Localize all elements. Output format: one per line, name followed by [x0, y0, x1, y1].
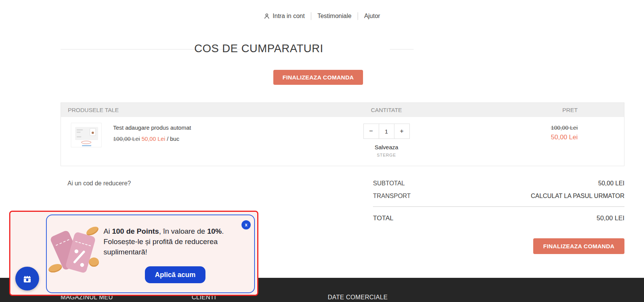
product-price-line: 100,00 Lei 50,00 Lei / buc: [113, 135, 191, 142]
header-products: PRODUSELE TALE: [61, 107, 340, 113]
nav-account-link[interactable]: Intra in cont: [264, 13, 305, 20]
product-unit: / buc: [167, 135, 179, 142]
points-text-part: Ai: [104, 227, 112, 235]
order-summary: SUBTOTAL 50,00 LEI TRANSPORT CALCULAT LA…: [373, 180, 624, 254]
voucher-dash: [75, 241, 91, 246]
quantity-increase-button[interactable]: +: [394, 124, 410, 139]
apply-points-button[interactable]: Aplică acum: [145, 266, 205, 283]
points-message: Ai 100 de Points, în valoare de 10%. Fol…: [104, 226, 249, 257]
product-name[interactable]: Test adaugare produs automat: [113, 124, 191, 131]
product-new-price: 50,00 Lei: [141, 135, 165, 142]
points-text-part: .: [222, 227, 223, 235]
summary-transport-row: TRANSPORT CALCULAT LA PASUL URMATOR: [373, 193, 624, 200]
product-cell: Test adaugare produs automat 100,00 Lei …: [61, 123, 340, 157]
nav-separator: [311, 12, 311, 20]
voucher-illustration: [53, 229, 99, 273]
nav-help-label: Ajutor: [364, 13, 380, 20]
points-text-line2: Folosește-le și profită de reducerea: [104, 238, 218, 246]
total-value: 50,00 LEI: [596, 215, 624, 222]
footer-heading-date-comerciale: DATE COMERCIALE: [328, 294, 388, 301]
cart-table: PRODUSELE TALE CANTITATE PRET Test adaug…: [61, 102, 624, 166]
percent-dot: [80, 262, 84, 267]
rewards-fab[interactable]: [15, 267, 39, 290]
checkout-button-top[interactable]: FINALIZEAZA COMANDA: [273, 70, 363, 85]
points-text-part: , în valoare de: [159, 227, 207, 235]
transport-value: CALCULAT LA PASUL URMATOR: [531, 193, 624, 200]
row-old-price: 100,00 Lei: [432, 124, 578, 131]
summary-total-row: TOTAL 50,00 LEI: [373, 215, 624, 222]
voucher-dash: [56, 239, 69, 246]
points-text-line3: suplimentară!: [104, 248, 147, 256]
points-percent: 10%: [207, 227, 222, 235]
percent-dot: [74, 249, 79, 254]
nav-account-label: Intra in cont: [273, 13, 305, 20]
thumb-line: [77, 132, 80, 133]
nav-testimonials-link[interactable]: Testimoniale: [317, 13, 352, 20]
coin-icon: [48, 262, 63, 274]
cart-table-header: PRODUSELE TALE CANTITATE PRET: [61, 103, 624, 117]
row-new-price: 50,00 Lei: [432, 134, 578, 141]
points-popup-highlight: x Ai 100 de Points, în valoare de 10%. F…: [9, 211, 258, 296]
points-popup: x Ai 100 de Points, în valoare de 10%. F…: [46, 215, 255, 293]
price-cell: 100,00 Lei 50,00 Lei: [432, 123, 624, 157]
coin-icon: [89, 257, 99, 267]
transport-label: TRANSPORT: [373, 193, 411, 200]
nav-testimonials-label: Testimoniale: [317, 13, 352, 20]
checkout-button-bottom[interactable]: FINALIZEAZA COMANDA: [533, 238, 624, 254]
quantity-decrease-button[interactable]: −: [363, 124, 379, 139]
save-quantity-link[interactable]: Salveaza: [340, 144, 432, 150]
thumb-line: [77, 136, 81, 137]
subtotal-value: 50,00 LEI: [598, 180, 625, 187]
thumb-line: [77, 129, 83, 130]
points-amount: 100 de Points: [112, 227, 159, 235]
gift-icon: [22, 273, 33, 284]
person-icon: [264, 13, 270, 19]
summary-divider: [373, 206, 624, 207]
delete-item-link[interactable]: STERGE: [340, 153, 432, 157]
nav-separator: [358, 12, 358, 20]
title-divider-right: [390, 49, 414, 50]
subtotal-label: SUBTOTAL: [373, 180, 405, 187]
header-quantity: CANTITATE: [340, 107, 432, 113]
thumb-highlight: [81, 141, 91, 144]
header-price: PRET: [432, 107, 624, 113]
quantity-stepper: − 1 +: [363, 124, 410, 139]
page-title: COS DE CUMPARATURI: [0, 42, 518, 55]
total-label: TOTAL: [373, 215, 393, 222]
top-nav: Intra in cont Testimoniale Ajutor: [0, 0, 644, 20]
title-row: COS DE CUMPARATURI: [0, 41, 644, 57]
thumb-link: [82, 145, 91, 146]
nav-help-link[interactable]: Ajutor: [364, 13, 380, 20]
cart-item-row: Test adaugare produs automat 100,00 Lei …: [61, 117, 624, 166]
product-old-price: 100,00 Lei: [113, 135, 140, 142]
thumb-avatar: [92, 132, 94, 134]
quantity-cell: − 1 + Salveaza STERGE: [340, 123, 432, 157]
quantity-value[interactable]: 1: [379, 124, 394, 139]
product-thumbnail[interactable]: [71, 123, 102, 147]
summary-subtotal-row: SUBTOTAL 50,00 LEI: [373, 180, 624, 187]
